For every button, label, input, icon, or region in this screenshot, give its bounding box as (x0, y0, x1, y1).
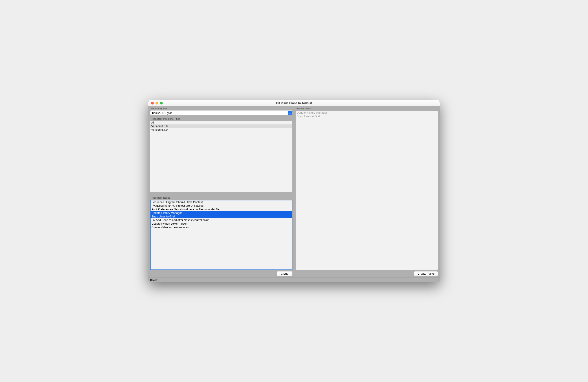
left-panel: Repository List hasii2011/PyUt Repositor… (150, 106, 293, 277)
repo-combo[interactable]: hasii2011/PyUt (150, 110, 293, 115)
issue-row[interactable]: Update Python Lexer/Parser (151, 222, 292, 226)
milestone-listbox[interactable]: AllVersion 6.6.0Version 6.7.0 (150, 121, 293, 192)
task-row[interactable]: Update History Manager (296, 111, 438, 115)
tasks-listbox[interactable]: Update History ManagerSnap Lines to Grid (295, 111, 438, 270)
window-title: Git Issue Clone to Todoist (148, 101, 440, 105)
issue-row[interactable]: Snap Lines to Grid (151, 215, 292, 218)
milestone-label: Repository Milestone Titles (150, 117, 293, 121)
issue-row[interactable]: Pyut Preferences files should be a .ini … (151, 208, 292, 211)
create-tasks-button[interactable]: Create Tasks (414, 271, 438, 276)
repo-list-label: Repository List (150, 106, 293, 110)
milestone-row[interactable]: All (150, 121, 292, 125)
issue-row[interactable]: Update History Manager (151, 211, 292, 215)
status-text: Ready! (150, 279, 158, 281)
issue-row[interactable]: Fix Add Bend to add after closest contro… (151, 218, 292, 222)
issues-listbox[interactable]: Sequence Diagram Should Have ContextPyut… (150, 200, 293, 270)
task-row[interactable]: Snap Lines to Grid (296, 115, 438, 118)
titlebar: Git Issue Clone to Todoist (148, 100, 440, 106)
issue-row[interactable]: Sequence Diagram Should Have Context (151, 200, 292, 204)
clone-button[interactable]: Clone (277, 271, 293, 276)
status-bar: Ready! (148, 277, 440, 282)
issue-row[interactable]: PyutDocument/PyutProject are UI classes (151, 204, 292, 208)
tasks-label: Todoist Tasks (295, 106, 438, 110)
issues-label: Repository Issues (150, 195, 293, 199)
issue-row[interactable]: Create Video for new features (151, 226, 292, 229)
chevron-up-down-icon[interactable] (288, 111, 292, 115)
app-window: Git Issue Clone to Todoist Repository Li… (148, 100, 440, 282)
milestone-row[interactable]: Version 6.6.0 (150, 125, 292, 128)
right-panel: Todoist Tasks Update History ManagerSnap… (295, 106, 438, 277)
repo-combo-value: hasii2011/PyUt (150, 111, 173, 115)
milestone-row[interactable]: Version 6.7.0 (150, 128, 292, 132)
content-area: Repository List hasii2011/PyUt Repositor… (148, 106, 440, 277)
